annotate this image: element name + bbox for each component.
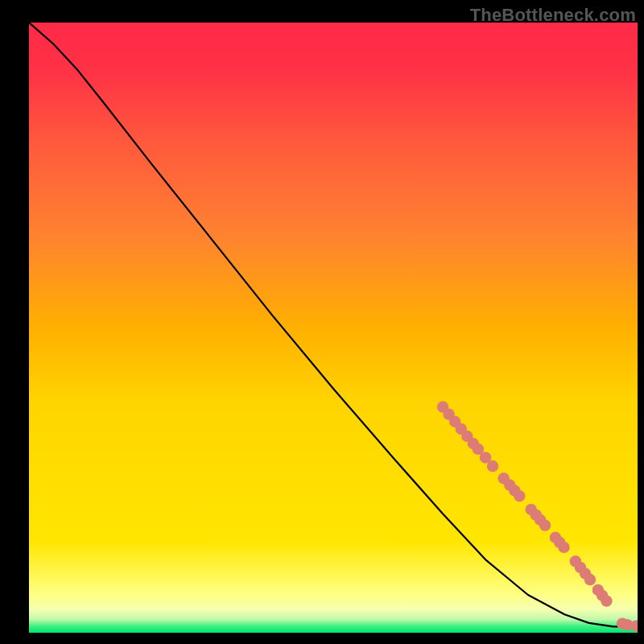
data-dot <box>601 595 612 606</box>
data-dot <box>487 460 498 472</box>
gradient-background <box>29 23 638 633</box>
data-dot <box>558 542 569 553</box>
data-dot <box>584 574 596 585</box>
plot-svg <box>29 23 638 633</box>
data-dot <box>539 519 551 530</box>
chart-frame: TheBottleneck.com <box>0 0 644 644</box>
data-dot <box>514 490 525 502</box>
plot-area <box>29 23 638 633</box>
watermark-text: TheBottleneck.com <box>470 5 636 26</box>
